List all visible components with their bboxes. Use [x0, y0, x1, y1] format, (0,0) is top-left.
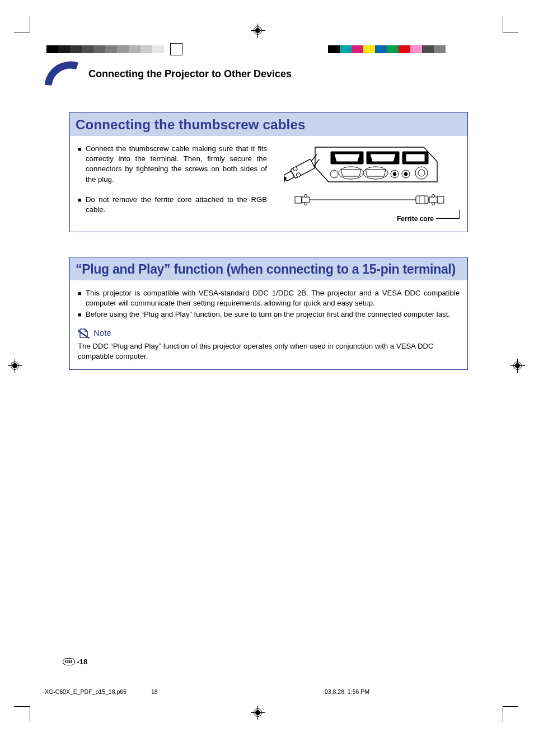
- printer-marks-top: [0, 22, 534, 43]
- plug-and-play-box: “Plug and Play” function (when connectin…: [69, 257, 468, 370]
- bullet-text: Do not remove the ferrite core attached …: [86, 195, 267, 215]
- svg-rect-20: [295, 196, 302, 203]
- bullet-text: This projector is compatible with VESA-s…: [86, 288, 460, 308]
- svg-point-10: [404, 172, 407, 176]
- thumbscrew-cables-box: Connecting the thumbscrew cables ■ Conne…: [69, 112, 468, 232]
- bullet-text: Before using the “Plug and Play” functio…: [86, 309, 460, 320]
- grayscale-strip: [46, 45, 164, 53]
- square-bullet-icon: ■: [78, 309, 86, 320]
- square-bullet-icon: ■: [78, 144, 86, 185]
- svg-rect-3: [406, 154, 425, 162]
- bullet-item: ■ This projector is compatible with VESA…: [78, 288, 460, 308]
- terminal-diagram-icon: [284, 144, 452, 211]
- box1-text-column: ■ Connect the thumbscrew cable making su…: [78, 144, 267, 224]
- crop-mark: [503, 32, 518, 32]
- gb-badge: GB: [63, 658, 75, 665]
- box-header: Connecting the thumbscrew cables: [70, 112, 467, 136]
- crop-mark: [14, 32, 30, 32]
- footer-timestamp: 03.8.28, 1:56 PM: [257, 688, 487, 695]
- note-text: The DDC “Plug and Play” function of this…: [78, 341, 460, 361]
- registration-mark-icon: [9, 360, 21, 372]
- crop-mark: [503, 16, 503, 32]
- crop-mark: [30, 706, 30, 722]
- footer-page: 18: [151, 688, 257, 695]
- section-title-row: Connecting the Projector to Other Device…: [45, 62, 487, 86]
- registration-mark-icon: [252, 25, 264, 37]
- svg-rect-25: [437, 196, 444, 203]
- page-number-value: -18: [77, 658, 88, 666]
- note-label: Note: [93, 327, 111, 339]
- svg-point-23: [305, 195, 307, 198]
- arc-decoration-icon: [45, 62, 81, 86]
- registration-mark-icon: [512, 360, 524, 372]
- section-title: Connecting the Projector to Other Device…: [88, 68, 292, 80]
- square-bullet-icon: ■: [78, 288, 86, 308]
- ferrite-core-label: Ferrite core: [397, 214, 460, 224]
- svg-point-27: [432, 195, 435, 198]
- page-content: Connecting the Projector to Other Device…: [45, 62, 487, 395]
- bullet-item: ■ Do not remove the ferrite core attache…: [78, 195, 267, 215]
- print-footer: XG-C60X_E_PDF_p15_18.p65 18 03.8.28, 1:5…: [45, 688, 487, 695]
- svg-point-24: [305, 203, 307, 205]
- footer-filename: XG-C60X_E_PDF_p15_18.p65: [45, 688, 151, 695]
- box-header: “Plug and Play” function (when connectin…: [70, 257, 467, 280]
- bullet-item: ■ Connect the thumbscrew cable making su…: [78, 144, 267, 185]
- registration-square: [170, 43, 182, 55]
- bullet-text: Connect the thumbscrew cable making sure…: [86, 144, 267, 185]
- crop-mark: [503, 706, 518, 707]
- note-icon: [78, 328, 90, 339]
- svg-point-4: [330, 170, 338, 178]
- svg-point-12: [418, 170, 425, 176]
- svg-rect-26: [429, 197, 437, 203]
- box1-image-column: Ferrite core: [276, 144, 460, 224]
- registration-mark-icon: [252, 707, 264, 719]
- crop-mark: [503, 706, 503, 722]
- square-bullet-icon: ■: [78, 195, 86, 215]
- bullet-item: ■ Before using the “Plug and Play” funct…: [78, 309, 460, 320]
- crop-mark: [30, 16, 30, 32]
- note-heading: Note: [78, 327, 460, 339]
- svg-rect-21: [302, 197, 310, 203]
- page-number: GB -18: [63, 658, 87, 666]
- svg-point-28: [432, 203, 435, 205]
- crop-mark: [14, 706, 30, 707]
- svg-point-9: [393, 172, 396, 176]
- svg-rect-29: [416, 196, 428, 204]
- color-strip: [328, 45, 446, 53]
